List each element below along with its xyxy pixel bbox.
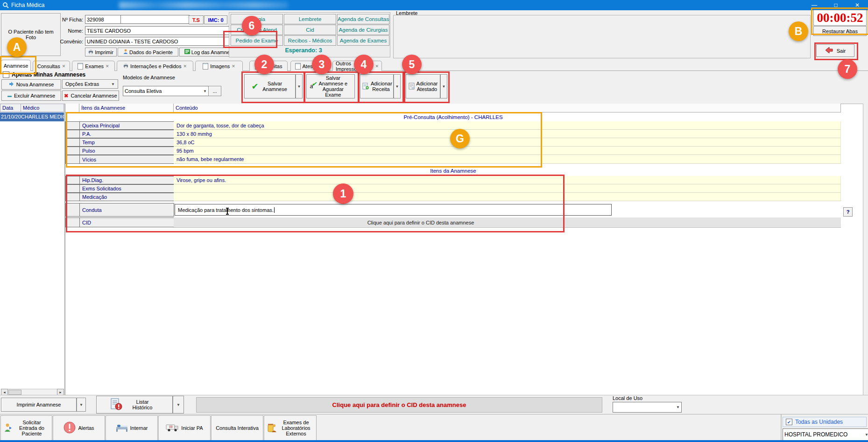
table-row-value[interactable]: [174, 193, 841, 201]
internar-button[interactable]: Internar: [106, 415, 158, 441]
table-row-value[interactable]: Virose, gripe ou afins.: [174, 176, 841, 184]
salvar-anamnese-dropdown[interactable]: ▼: [296, 74, 303, 98]
table-row-label[interactable]: P.A.: [79, 130, 174, 138]
lembrete-button[interactable]: Lembrete: [284, 14, 336, 24]
salvar-anamnese-button[interactable]: ✔ Salvar Anamnese: [244, 74, 296, 98]
table-row-label[interactable]: Hip.Diag.: [79, 176, 174, 184]
restaurar-abas-button[interactable]: Restaurar Abas: [813, 26, 867, 36]
agenda-cirurgias-button[interactable]: Agenda de Cirurgias: [337, 25, 389, 35]
tab-close-icon[interactable]: ✕: [62, 64, 66, 69]
history-row-selected[interactable]: 21/10/20 CHARLLES MEDICO: [0, 112, 64, 121]
salvar-aguardar-exame-button[interactable]: a✔ Salvar Anamnese e Aguardar Exame: [306, 74, 355, 98]
nova-anamnese-button[interactable]: Nova Anamnese: [1, 79, 61, 90]
close-button[interactable]: ✕: [847, 0, 868, 10]
consulta-interativa-button[interactable]: Consulta Interativa: [211, 415, 263, 441]
imprimir-anamnese-button[interactable]: Imprimir Anamnese: [1, 398, 77, 412]
chevron-down-icon: ▼: [79, 403, 83, 407]
history-col-medico[interactable]: Médico: [21, 104, 64, 112]
modelo-more-button[interactable]: ...: [208, 86, 221, 96]
cid-row-bar[interactable]: Clique aqui para definir o CID desta ana…: [174, 217, 841, 228]
cancelar-anamnese-button[interactable]: ✖ Cancelar Anamnese: [62, 91, 119, 101]
chevron-down-icon: ▼: [203, 89, 207, 93]
tab-close-icon[interactable]: ✕: [183, 64, 187, 69]
vertical-scrollbar[interactable]: [863, 104, 868, 395]
table-section-row: Pré-Consulta (Acolhimento) - CHARLLES: [65, 112, 841, 122]
tab-imagens[interactable]: Imagens✕: [195, 61, 243, 71]
agenda-exames-button[interactable]: Agenda de Exames: [337, 35, 389, 46]
app-icon: [2, 2, 9, 9]
alert-icon: [64, 421, 76, 435]
table-header-conteudo[interactable]: Conteúdo: [174, 104, 841, 112]
opcoes-extras-button[interactable]: Opções Extras▼: [62, 79, 118, 89]
table-row-label[interactable]: Queixa Principal: [79, 121, 174, 130]
cid-define-banner[interactable]: Clique aqui para definir o CID desta ana…: [196, 397, 602, 413]
tab-close-icon[interactable]: ✕: [375, 64, 379, 69]
imc-button[interactable]: IMC: 0: [204, 15, 227, 24]
cid-define-link[interactable]: Clique aqui para definir o CID desta ana…: [174, 217, 668, 227]
maximize-button[interactable]: □: [825, 0, 847, 10]
table-row-label[interactable]: Pulso: [79, 147, 174, 155]
imprimir-anamnese-dropdown[interactable]: ▼: [77, 398, 86, 412]
annotation-circle-4: 4: [354, 55, 374, 74]
tab-consultas[interactable]: Consultas✕: [33, 61, 70, 71]
excluir-anamnese-button[interactable]: ▬ Excluir Anamnese: [1, 91, 61, 101]
table-row-label[interactable]: Vícios: [79, 155, 174, 164]
table-indicator-header: [65, 104, 79, 112]
ficha-secondary-input[interactable]: [120, 15, 190, 24]
table-header-itens[interactable]: Ítens da Anamnese: [79, 104, 174, 112]
adicionar-atestado-button[interactable]: Adicionar Atestado: [406, 74, 440, 98]
adicionar-receita-dropdown[interactable]: ▼: [394, 74, 401, 98]
cid-button[interactable]: Cid: [284, 25, 336, 35]
checkbox-unchecked[interactable]: [3, 71, 9, 78]
table-row-label[interactable]: Conduta: [79, 203, 174, 217]
nome-input[interactable]: TESTE CARDOSO: [85, 26, 232, 35]
unidade-select[interactable]: HOSPITAL PROMEDICO▼: [783, 428, 868, 441]
table-row-value[interactable]: Dor de garganta, tosse, dor de cabeça: [174, 121, 841, 130]
exames-lab-externos-button[interactable]: Exames de Laboratórios Externos: [264, 415, 317, 441]
local-de-uso-label: Local de Uso: [613, 395, 642, 401]
convenio-input[interactable]: UNIMED GOIANIA - TESTE CARDOSO: [85, 37, 232, 46]
listar-historico-button[interactable]: Listar Histórico: [96, 396, 173, 414]
dados-do-paciente-button[interactable]: Dados do Paciente: [118, 48, 178, 56]
adicionar-atestado-dropdown[interactable]: ▼: [440, 74, 447, 98]
table-row-value[interactable]: 130 x 80 mmhg: [174, 130, 841, 138]
scroll-thumb[interactable]: [8, 390, 21, 395]
modelo-anamnese-select[interactable]: Consulta Eletiva▼: [123, 86, 209, 96]
conduta-edit-input[interactable]: Medicação para tratamento dos sintomas.: [175, 204, 612, 216]
tab-close-icon[interactable]: ✕: [106, 64, 109, 69]
window-title: Ficha Médica: [11, 2, 44, 8]
table-row-label[interactable]: Exms Solicitados: [79, 184, 174, 193]
agenda-consultas-button[interactable]: Agenda de Consultas: [337, 14, 389, 24]
tab-exames[interactable]: Exames✕: [72, 61, 115, 71]
alertas-button[interactable]: Alertas: [53, 415, 105, 441]
table-row-label[interactable]: Medicação: [79, 193, 174, 201]
table-row-value[interactable]: 36,8 oC: [174, 138, 841, 147]
table-row-label[interactable]: CID: [79, 217, 174, 227]
adicionar-receita-button[interactable]: Adicionar Receita: [360, 74, 394, 98]
recibos-medicos-button[interactable]: Recibos - Médicos: [284, 35, 336, 46]
table-row-value[interactable]: 95 bpm: [174, 147, 841, 155]
history-col-data[interactable]: Data: [0, 104, 21, 112]
table-row-label[interactable]: Temp: [79, 138, 174, 147]
help-button[interactable]: ?: [843, 207, 853, 217]
tab-close-icon[interactable]: ✕: [232, 64, 235, 69]
iniciar-pa-button[interactable]: Iniciar PA: [158, 415, 211, 441]
local-de-uso-select[interactable]: ▼: [613, 402, 682, 413]
ficha-input[interactable]: 329098: [85, 15, 121, 24]
bottom-accent-line: [0, 440, 868, 442]
sair-button[interactable]: Sair: [816, 44, 854, 57]
tab-anamnese[interactable]: Anamnese: [1, 60, 31, 71]
apenas-minhas-filter[interactable]: Apenas Minhas Anamneses: [3, 71, 85, 78]
listar-historico-dropdown[interactable]: ▼: [173, 396, 184, 414]
minimize-button[interactable]: —: [804, 0, 825, 10]
todas-unidades-toggle[interactable]: ✔ Todas as Unidades: [783, 417, 867, 427]
checkbox-checked[interactable]: ✔: [786, 419, 792, 425]
imprimir-button[interactable]: Imprimir: [85, 48, 117, 56]
row-indicator: [65, 138, 80, 147]
tab-internacoes-e-pedidos[interactable]: Internações e Pedidos✕: [117, 61, 193, 71]
pedido-de-exame-button[interactable]: Pedido de Exame: [231, 35, 283, 46]
table-row-value[interactable]: [174, 184, 841, 193]
table-row-value[interactable]: não fuma, bebe regularmente: [174, 155, 841, 164]
solicitar-entrada-button[interactable]: Solicitar Entrada do Paciente: [0, 415, 52, 441]
ts-button[interactable]: T.S: [189, 15, 204, 24]
